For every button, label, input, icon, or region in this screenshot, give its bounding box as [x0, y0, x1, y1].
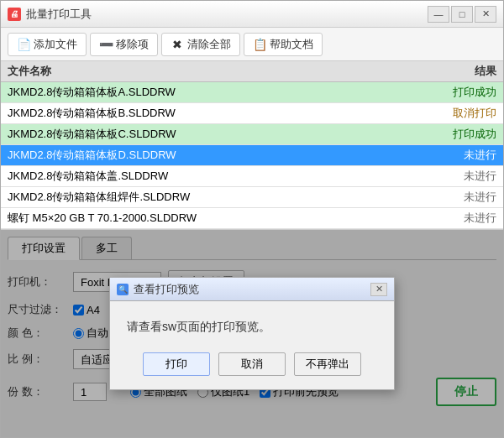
file-name: JKMD2.8传动箱箱体组焊件.SLDDRW	[8, 190, 429, 205]
modal-overlay: 🔍 查看打印预览 ✕ 请查看sw页面的打印预览。 打印 取消 不再弹出	[1, 230, 503, 437]
file-row[interactable]: JKMD2.8传动箱箱体板B.SLDDRW 取消打印	[1, 103, 503, 124]
file-row[interactable]: JKMD2.8传动箱箱体板D.SLDDRW 未进行	[1, 145, 503, 166]
help-button[interactable]: 📋 帮助文档	[244, 33, 323, 56]
window-controls: — □ ✕	[428, 6, 496, 23]
col-name-header: 文件名称	[8, 64, 429, 79]
modal-cancel-button[interactable]: 取消	[218, 352, 286, 376]
file-name: JKMD2.8传动箱箱体板A.SLDDRW	[8, 85, 429, 100]
clear-all-button[interactable]: ✖ 清除全部	[161, 33, 240, 56]
file-row[interactable]: JKMD2.8传动箱箱体盖.SLDDRW 未进行	[1, 166, 503, 187]
modal-body: 请查看sw页面的打印预览。 打印 取消 不再弹出	[110, 301, 394, 389]
close-button[interactable]: ✕	[475, 6, 496, 23]
file-result: 取消打印	[429, 106, 496, 121]
file-name: JKMD2.8传动箱箱体板C.SLDDRW	[8, 127, 429, 142]
print-preview-modal: 🔍 查看打印预览 ✕ 请查看sw页面的打印预览。 打印 取消 不再弹出	[109, 277, 395, 390]
add-file-icon: 📄	[17, 38, 30, 51]
toolbar: 📄 添加文件 ➖ 移除项 ✖ 清除全部 📋 帮助文档	[1, 28, 503, 61]
file-row[interactable]: JKMD2.8传动箱箱体板C.SLDDRW 打印成功	[1, 124, 503, 145]
file-result: 未进行	[429, 169, 496, 184]
file-name: 螺钉 M5×20 GB T 70.1-2000.SLDDRW	[8, 211, 429, 226]
file-result: 打印成功	[429, 85, 496, 100]
main-window: 🖨 批量打印工具 — □ ✕ 📄 添加文件 ➖ 移除项 ✖ 清除全部 📋 帮助文…	[0, 0, 504, 438]
file-row[interactable]: JKMD2.8传动箱箱体板A.SLDDRW 打印成功	[1, 82, 503, 103]
file-row[interactable]: 螺钉 M5×20 GB T 70.1-2000.SLDDRW 未进行	[1, 208, 503, 229]
file-table: 文件名称 结果 JKMD2.8传动箱箱体板A.SLDDRW 打印成功 JKMD2…	[1, 61, 503, 230]
app-icon: 🖨	[8, 8, 21, 21]
title-bar: 🖨 批量打印工具 — □ ✕	[1, 1, 503, 28]
modal-title-bar: 🔍 查看打印预览 ✕	[110, 278, 394, 301]
modal-no-show-button[interactable]: 不再弹出	[294, 352, 361, 376]
maximize-button[interactable]: □	[451, 6, 473, 23]
file-name: JKMD2.8传动箱箱体板D.SLDDRW	[8, 148, 429, 163]
modal-title-text: 查看打印预览	[134, 282, 370, 297]
clear-icon: ✖	[171, 38, 184, 51]
settings-area: 打印设置 多工 打印机： Foxit Reader 打印机设置 尺寸过滤： A4…	[1, 230, 503, 437]
app-title: 批量打印工具	[26, 7, 428, 22]
modal-close-button[interactable]: ✕	[370, 283, 387, 296]
file-row[interactable]: JKMD2.8传动箱箱体组焊件.SLDDRW 未进行	[1, 187, 503, 208]
modal-title-icon: 🔍	[117, 284, 129, 295]
col-result-header: 结果	[429, 64, 496, 79]
file-result: 未进行	[429, 190, 496, 205]
file-result: 未进行	[429, 211, 496, 226]
modal-print-button[interactable]: 打印	[143, 352, 210, 376]
file-table-header: 文件名称 结果	[1, 61, 503, 82]
file-name: JKMD2.8传动箱箱体板B.SLDDRW	[8, 106, 429, 121]
file-result: 未进行	[429, 148, 496, 163]
file-name: JKMD2.8传动箱箱体盖.SLDDRW	[8, 169, 429, 184]
minimize-button[interactable]: —	[428, 6, 449, 23]
add-file-button[interactable]: 📄 添加文件	[8, 33, 87, 56]
remove-button[interactable]: ➖ 移除项	[90, 33, 158, 56]
file-result: 打印成功	[429, 127, 496, 142]
modal-message: 请查看sw页面的打印预览。	[127, 318, 377, 336]
help-icon: 📋	[253, 38, 266, 51]
modal-buttons: 打印 取消 不再弹出	[127, 352, 377, 376]
remove-icon: ➖	[99, 38, 113, 51]
